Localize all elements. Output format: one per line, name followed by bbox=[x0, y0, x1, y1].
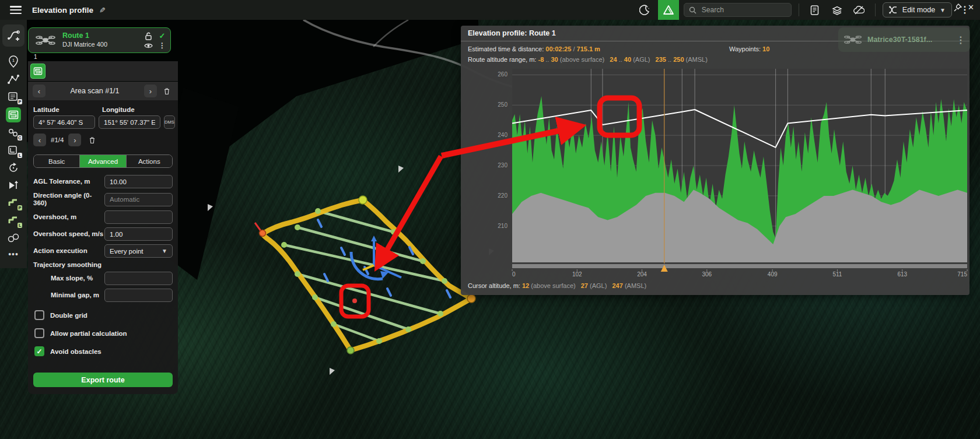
longitude-label: Longitude bbox=[102, 106, 171, 113]
svg-text:102: 102 bbox=[572, 271, 582, 278]
estimated-distance: 715.1 m bbox=[577, 45, 600, 52]
latitude-field[interactable] bbox=[33, 115, 95, 129]
svg-text:220: 220 bbox=[498, 192, 508, 199]
waypoints-label: Waypoints: bbox=[729, 45, 761, 52]
elevation-profile-toggle[interactable] bbox=[658, 0, 679, 20]
cursor-label: Cursor altitude, m: bbox=[468, 282, 520, 289]
svg-text:613: 613 bbox=[897, 271, 907, 278]
vehicle-menu-icon[interactable]: ⋮ bbox=[956, 34, 965, 45]
area-scan-panel: ‹ Area scan #1/1 › Latitude Longitude DM… bbox=[28, 82, 178, 394]
tab-basic[interactable]: Basic bbox=[34, 155, 80, 167]
route-vehicle: DJI Matrice 400 bbox=[62, 41, 107, 49]
delete-segment-icon[interactable] bbox=[160, 85, 173, 97]
search-box[interactable] bbox=[684, 3, 792, 17]
cursor-surface-unit: (above surface) bbox=[531, 282, 575, 289]
segment-bar bbox=[28, 61, 178, 81]
panel-title: Area scan #1/1 bbox=[49, 87, 141, 95]
avoid-obstacles-checkbox-row[interactable]: ✓ Avoid obstacles bbox=[34, 346, 173, 356]
divider bbox=[875, 3, 876, 16]
edit-title-icon[interactable]: ✎ bbox=[99, 6, 106, 15]
svg-text:230: 230 bbox=[498, 162, 508, 168]
chevron-down-icon: ▼ bbox=[162, 248, 167, 254]
longitude-field[interactable] bbox=[99, 115, 160, 129]
cursor-agl: 27 bbox=[581, 282, 588, 289]
next-segment-button[interactable]: › bbox=[144, 85, 157, 97]
telemetry-log-icon[interactable] bbox=[806, 2, 824, 18]
svg-text:240: 240 bbox=[498, 132, 508, 138]
close-panel-icon[interactable]: ✕ bbox=[968, 3, 974, 12]
svg-text:1: 1 bbox=[12, 58, 15, 63]
dots: .. bbox=[619, 56, 622, 63]
route-menu-icon[interactable]: ⋮ bbox=[159, 42, 166, 49]
mountain-icon bbox=[663, 5, 674, 15]
direction-angle-field[interactable] bbox=[104, 193, 173, 206]
max-slope-field[interactable] bbox=[104, 272, 173, 285]
add-route-button[interactable] bbox=[2, 24, 24, 47]
corridor-tool[interactable]: C bbox=[4, 125, 23, 141]
minimal-gap-label: Minimal gap, m bbox=[33, 292, 104, 299]
unlock-icon[interactable] bbox=[145, 32, 152, 40]
area-scan-tool[interactable] bbox=[6, 107, 21, 122]
delete-point-icon[interactable] bbox=[86, 134, 99, 146]
route-card[interactable]: Route 1 DJI Matrice 400 ✓ ⋮ bbox=[28, 27, 171, 53]
cursor-altitude-row: Cursor altitude, m: 12 (above surface) 2… bbox=[468, 282, 646, 289]
max-slope-label: Max slope, % bbox=[33, 275, 104, 282]
search-input[interactable] bbox=[701, 5, 782, 15]
svg-text:204: 204 bbox=[637, 271, 647, 278]
waypoint-tool[interactable]: 1 bbox=[4, 54, 23, 70]
edit-mode-label: Edit mode bbox=[902, 6, 935, 14]
range-surface-min: -8 bbox=[538, 56, 544, 63]
trajectory-smoothing-label: Trajectory smoothing bbox=[33, 261, 173, 268]
action-execution-select[interactable]: Every point▼ bbox=[104, 244, 173, 258]
overshoot-speed-field[interactable] bbox=[104, 227, 173, 241]
export-route-button[interactable]: Export route bbox=[33, 373, 173, 387]
vehicle-name: Matrice30T-1581f... bbox=[867, 36, 932, 44]
tab-advanced[interactable]: Advanced bbox=[80, 155, 126, 167]
more-tools-icon[interactable]: ••• bbox=[8, 250, 19, 259]
check-icon: ✓ bbox=[36, 347, 42, 356]
layers-icon[interactable] bbox=[828, 2, 846, 18]
chevron-down-icon: ▼ bbox=[940, 7, 946, 13]
double-grid-checkbox-row[interactable]: ✓ Double grid bbox=[34, 310, 173, 320]
route-photo-tool[interactable]: P bbox=[4, 195, 23, 211]
edit-mode-dropdown[interactable]: Edit mode ▼ bbox=[883, 2, 952, 17]
route-laser-tool[interactable]: L bbox=[4, 212, 23, 229]
allow-partial-checkbox-row[interactable]: ✓ Allow partial calculation bbox=[34, 328, 173, 338]
avoid-obstacles-label: Avoid obstacles bbox=[50, 348, 102, 355]
prev-segment-button[interactable]: ‹ bbox=[33, 85, 46, 97]
polyline-tool[interactable] bbox=[4, 71, 23, 87]
svg-text:210: 210 bbox=[498, 223, 508, 229]
overshoot-field[interactable] bbox=[104, 210, 173, 224]
vehicle-drone-thumbnail bbox=[843, 33, 863, 47]
allow-partial-checkbox[interactable]: ✓ bbox=[34, 328, 44, 338]
takeoff-point-tool[interactable] bbox=[4, 177, 23, 194]
vehicle-card[interactable]: Matrice30T-1581f... ⋮ bbox=[838, 27, 970, 52]
dms-toggle-button[interactable]: DMS bbox=[164, 115, 175, 129]
action-execution-label: Action execution bbox=[33, 247, 104, 255]
minimal-gap-field[interactable] bbox=[104, 289, 173, 302]
next-point-button[interactable]: › bbox=[68, 134, 81, 146]
cloud-off-icon[interactable] bbox=[850, 2, 868, 18]
menu-icon[interactable] bbox=[10, 6, 22, 14]
allow-partial-label: Allow partial calculation bbox=[50, 330, 127, 337]
perimeter-tool[interactable] bbox=[4, 160, 23, 176]
tool-badge-l: L bbox=[18, 153, 22, 158]
night-mode-icon[interactable] bbox=[636, 2, 653, 18]
divider bbox=[799, 3, 799, 16]
tab-actions[interactable]: Actions bbox=[127, 155, 172, 167]
area-scan-segment-tile[interactable] bbox=[30, 64, 46, 79]
app-window: Elevation profile ✎ bbox=[0, 0, 980, 439]
agl-tolerance-field[interactable] bbox=[104, 175, 173, 188]
range-amsl-max: 250 bbox=[673, 56, 684, 63]
facade-tool[interactable]: L bbox=[4, 142, 23, 159]
waypoints-value: 10 bbox=[762, 45, 769, 52]
double-grid-checkbox[interactable]: ✓ bbox=[34, 310, 44, 320]
page-title: Elevation profile bbox=[32, 6, 93, 15]
avoid-obstacles-checkbox[interactable]: ✓ bbox=[34, 346, 44, 356]
prev-point-button[interactable]: ‹ bbox=[33, 134, 46, 146]
photogrammetry-tool[interactable]: P bbox=[4, 89, 23, 105]
linked-flight-tool[interactable] bbox=[4, 230, 23, 246]
tool-badge-c: C bbox=[18, 135, 22, 141]
pin-panel-icon[interactable] bbox=[954, 3, 962, 12]
visibility-eye-icon[interactable] bbox=[144, 43, 153, 49]
